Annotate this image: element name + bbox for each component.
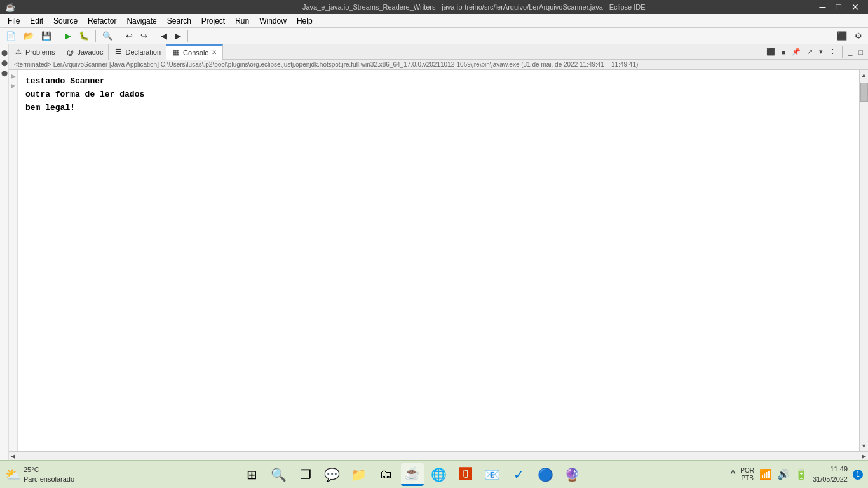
menu-item-navigate[interactable]: Navigate	[121, 15, 161, 27]
weather-info: 25°C Parc ensolarado	[24, 465, 74, 484]
perspective-button[interactable]: ⬛	[834, 29, 850, 44]
menu-item-run[interactable]: Run	[230, 15, 254, 27]
menu-item-project[interactable]: Project	[196, 15, 230, 27]
close-button[interactable]: ✕	[848, 0, 863, 14]
taskbar-center: ⊞ 🔍 ❐ 💬 📁 🗂 ☕ 🌐 🅾 📧 ✓ 🔵 🔮	[94, 463, 731, 486]
console-stop-button[interactable]: ■	[779, 47, 789, 57]
tab-javadoc[interactable]: @ Javadoc	[60, 44, 109, 60]
taskbar-search[interactable]: 🔍	[268, 463, 290, 486]
undo-button[interactable]: ↩	[123, 29, 136, 44]
taskbar-eclipse[interactable]: ☕	[401, 463, 424, 486]
weather-icon: ⛅	[5, 467, 21, 482]
open-button[interactable]: 📂	[20, 29, 37, 44]
taskbar-left: ⛅ 25°C Parc ensolarado	[5, 465, 94, 484]
menu-item-window[interactable]: Window	[254, 15, 292, 27]
taskbar-teams[interactable]: 💬	[321, 463, 344, 486]
horizontal-scrollbar[interactable]: ◀ ▶	[9, 451, 868, 460]
settings-button[interactable]: ⚙	[851, 29, 865, 44]
console-menu-button[interactable]: ⋮	[827, 46, 839, 57]
tab-console[interactable]: ▦ Console ✕	[166, 44, 223, 60]
tray-volume[interactable]: 🔊	[777, 468, 790, 480]
workspace: ⬤ ⬤ ⬤ ⚠ Problems @ Javadoc ☰ Declaration…	[0, 44, 868, 460]
console-collapse-button[interactable]: ▾	[817, 46, 825, 57]
menu-item-file[interactable]: File	[3, 15, 25, 27]
left-side-panel: ⬤ ⬤ ⬤	[0, 44, 9, 460]
vscroll-down[interactable]: ▼	[860, 441, 869, 451]
tab-console-close[interactable]: ✕	[211, 49, 217, 56]
weather-desc: Parc ensolarado	[24, 475, 74, 484]
left-icon-1[interactable]: ⬤	[1, 50, 8, 56]
debug-button[interactable]: 🐛	[76, 29, 92, 44]
tab-console-label: Console	[183, 49, 208, 57]
titlebar: ☕ Java_e_java.io_Streams_Readere_Writers…	[0, 0, 868, 14]
tray-battery[interactable]: 🔋	[795, 468, 808, 480]
console-minimize-button[interactable]: _	[846, 47, 855, 57]
menu-item-edit[interactable]: Edit	[25, 15, 48, 27]
line-gutter: ▶ ▶	[9, 70, 18, 451]
taskbar-taskview[interactable]: ❐	[294, 463, 317, 486]
new-button[interactable]: 📄	[3, 29, 19, 44]
prev-button[interactable]: ◀	[158, 29, 170, 44]
taskbar-start[interactable]: ⊞	[241, 463, 264, 486]
console-icon: ▦	[172, 48, 180, 57]
taskbar-mail[interactable]: 📧	[481, 463, 504, 486]
window-controls: ─ □ ✕	[816, 0, 863, 14]
window-title: Java_e_java.io_Streams_Readere_Writers -…	[132, 3, 816, 11]
menu-item-source[interactable]: Source	[48, 15, 83, 27]
tray-wifi[interactable]: 📶	[759, 468, 772, 480]
left-icon-3[interactable]: ⬤	[1, 70, 8, 76]
tab-problems[interactable]: ⚠ Problems	[9, 44, 60, 60]
taskbar-eclipse2[interactable]: 🔮	[561, 463, 584, 486]
taskbar-office[interactable]: 🅾	[454, 463, 477, 486]
console-open-button[interactable]: ↗	[804, 46, 815, 57]
taskbar-chrome[interactable]: 🔵	[534, 463, 557, 486]
problems-icon: ⚠	[14, 48, 23, 57]
console-status-bar: <terminated> LerArquivoScanner [Java App…	[9, 60, 868, 70]
clock[interactable]: 11:49 31/05/2022	[813, 464, 848, 484]
taskbar-todo[interactable]: ✓	[508, 463, 531, 486]
vertical-scrollbar[interactable]: ▲ ▼	[859, 70, 868, 451]
menu-item-search[interactable]: Search	[162, 15, 196, 27]
gutter-arrow-2: ▶	[11, 82, 16, 89]
toolbar-separator-4	[154, 30, 154, 42]
taskbar-files[interactable]: 📁	[348, 463, 370, 486]
console-maximize-button[interactable]: □	[856, 47, 865, 57]
vscroll-up[interactable]: ▲	[860, 70, 869, 80]
taskbar-edge[interactable]: 🌐	[428, 463, 451, 486]
tray-chevron[interactable]: ^	[731, 469, 736, 480]
notification-badge[interactable]: 1	[853, 470, 863, 480]
maximize-button[interactable]: □	[832, 0, 845, 14]
taskbar: ⛅ 25°C Parc ensolarado ⊞ 🔍 ❐ 💬 📁 🗂 ☕ 🌐 🅾…	[0, 460, 868, 488]
console-panel: ⚠ Problems @ Javadoc ☰ Declaration ▦ Con…	[9, 44, 868, 460]
toolbar-separator-1	[58, 30, 58, 42]
clock-time: 11:49	[813, 464, 848, 474]
left-icon-2[interactable]: ⬤	[1, 60, 8, 66]
tab-problems-label: Problems	[25, 48, 55, 56]
declaration-icon: ☰	[114, 48, 123, 57]
console-output-wrapper: ▶ ▶ testando Scanner outra forma de ler …	[9, 70, 868, 451]
taskbar-files2[interactable]: 🗂	[374, 463, 397, 486]
tab-declaration-label: Declaration	[125, 48, 161, 56]
vscroll-track	[860, 80, 868, 441]
toolbar-separator-2	[95, 30, 96, 42]
toolbar-separator-5	[187, 30, 188, 42]
javadoc-icon: @	[65, 48, 74, 57]
save-button[interactable]: 💾	[38, 29, 55, 44]
redo-button[interactable]: ↪	[137, 29, 151, 44]
console-clear-button[interactable]: ⬛	[764, 46, 778, 57]
next-button[interactable]: ▶	[172, 29, 184, 44]
menu-item-refactor[interactable]: Refactor	[83, 15, 121, 27]
run-button[interactable]: ▶	[62, 29, 74, 44]
hscroll-right[interactable]: ▶	[860, 453, 868, 459]
tray-lang[interactable]: PORPTB	[740, 467, 754, 482]
search-button[interactable]: 🔍	[99, 29, 116, 44]
tab-bar: ⚠ Problems @ Javadoc ☰ Declaration ▦ Con…	[9, 44, 868, 60]
hscroll-left[interactable]: ◀	[9, 453, 17, 459]
minimize-button[interactable]: ─	[816, 0, 830, 14]
tab-javadoc-label: Javadoc	[77, 48, 103, 56]
menu-item-help[interactable]: Help	[292, 15, 318, 27]
vscroll-thumb[interactable]	[860, 83, 868, 102]
console-pin-button[interactable]: 📌	[789, 46, 803, 57]
console-output: testando Scanner outra forma de ler dado…	[18, 70, 859, 451]
tab-declaration[interactable]: ☰ Declaration	[109, 44, 166, 60]
